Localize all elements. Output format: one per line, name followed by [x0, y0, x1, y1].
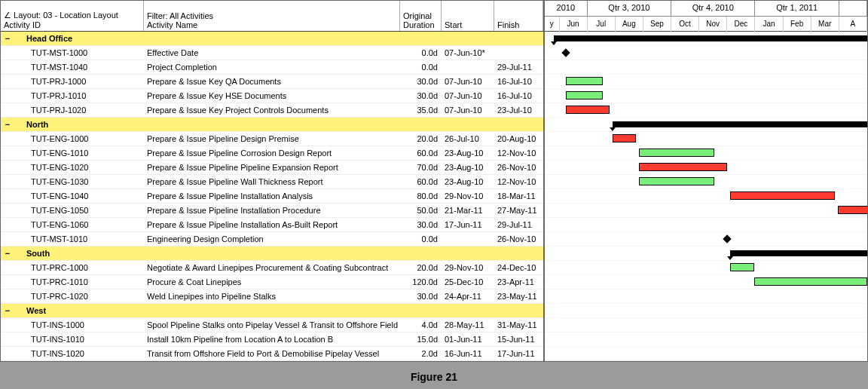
activity-row[interactable]: TUT-ENG-1020Prepare & Issue Pipeline Pip…	[1, 161, 543, 175]
activity-row[interactable]: TUT-PRJ-1020Prepare & Issue Key Project …	[1, 103, 543, 118]
activity-row[interactable]: TUT-MST-1040Project Completion0.0d29-Jul…	[1, 60, 543, 75]
activity-row[interactable]: TUT-ENG-1060Prepare & Issue Pipeline Ins…	[1, 218, 543, 232]
gantt-row[interactable]	[545, 289, 867, 304]
gantt-row[interactable]	[545, 275, 867, 289]
task-bar[interactable]	[838, 206, 867, 214]
gantt-row[interactable]	[545, 332, 867, 347]
activity-start: 29-Nov-10	[442, 263, 494, 272]
activity-name: Prepare & Issue Pipeline Pipeline Expans…	[144, 163, 400, 172]
activity-id: TUT-ENG-1030	[31, 177, 88, 186]
activity-duration: 30.0d	[400, 91, 442, 100]
task-bar[interactable]	[566, 77, 603, 85]
gantt-row[interactable]	[545, 232, 867, 247]
activity-start: 17-Jun-11	[442, 220, 494, 229]
month-header: Mar	[811, 17, 839, 32]
col-activity-id[interactable]: Activity ID	[4, 20, 140, 29]
activity-row[interactable]: TUT-PRC-1020Weld Linepipes into Pipeline…	[1, 289, 543, 304]
gantt-row[interactable]	[545, 103, 867, 118]
task-bar[interactable]	[639, 163, 728, 171]
gantt-row[interactable]	[545, 347, 867, 361]
col-duration-l1[interactable]: Original	[403, 11, 438, 20]
activity-row[interactable]: TUT-PRC-1000Negotiate & Award Linepipes …	[1, 261, 543, 275]
activity-row[interactable]: TUT-MST-1010Engineering Design Completio…	[1, 232, 543, 247]
activity-start: 24-Apr-11	[442, 292, 494, 301]
task-bar[interactable]	[566, 106, 610, 114]
activity-finish: 16-Jul-10	[494, 77, 543, 86]
group-row[interactable]: −North	[1, 118, 543, 132]
summary-bar[interactable]	[554, 35, 867, 41]
activity-start: 07-Jun-10	[442, 77, 494, 86]
activity-row[interactable]: TUT-ENG-1010Prepare & Issue Pipeline Cor…	[1, 146, 543, 161]
summary-bar[interactable]	[730, 250, 867, 256]
gantt-row[interactable]	[545, 118, 867, 132]
activity-row[interactable]: TUT-INS-1010Install 10km Pipeline from L…	[1, 332, 543, 347]
task-bar[interactable]	[730, 263, 754, 271]
activity-id: TUT-MST-1000	[31, 48, 87, 57]
gantt-row[interactable]	[545, 161, 867, 175]
activity-row[interactable]: TUT-INS-1000Spool Pipeline Stalks onto P…	[1, 318, 543, 332]
gantt-row[interactable]	[545, 204, 867, 218]
activity-row[interactable]: TUT-ENG-1000Prepare & Issue Pipeline Des…	[1, 132, 543, 146]
gantt-row[interactable]	[545, 304, 867, 318]
summary-bar[interactable]	[613, 121, 867, 127]
task-bar[interactable]	[639, 177, 715, 185]
milestone-diamond[interactable]	[723, 234, 732, 243]
activity-duration: 60.0d	[400, 149, 442, 158]
gantt-row[interactable]	[545, 60, 867, 75]
activity-finish: 23-May-11	[494, 292, 543, 301]
col-duration-l2: Duration	[403, 20, 438, 29]
activity-start: 23-Aug-10	[442, 149, 494, 158]
gantt-row[interactable]	[545, 32, 867, 46]
gantt-row[interactable]	[545, 132, 867, 146]
col-activity-name[interactable]: Activity Name	[147, 20, 396, 29]
gantt-chart[interactable]: 2010Qtr 3, 2010Qtr 4, 2010Qtr 1, 2011 yJ…	[545, 1, 867, 361]
col-finish[interactable]: Finish	[497, 20, 539, 29]
group-label: West	[26, 306, 46, 315]
group-row[interactable]: −Head Office	[1, 32, 543, 46]
activity-duration: 0.0d	[400, 48, 442, 57]
activity-row[interactable]: TUT-ENG-1030Prepare & Issue Pipeline Wal…	[1, 175, 543, 189]
activity-finish: 20-Aug-10	[494, 134, 543, 143]
activity-id: TUT-ENG-1000	[31, 134, 88, 143]
collapse-icon[interactable]: −	[4, 34, 11, 43]
collapse-icon[interactable]: −	[4, 306, 11, 315]
activity-row[interactable]: TUT-PRJ-1010Prepare & Issue Key HSE Docu…	[1, 89, 543, 103]
activity-name: Engineering Design Completion	[144, 234, 400, 244]
col-start[interactable]: Start	[445, 20, 491, 29]
collapse-icon[interactable]: −	[4, 120, 11, 129]
gantt-row[interactable]	[545, 175, 867, 189]
gantt-row[interactable]	[545, 318, 867, 332]
task-bar[interactable]	[639, 149, 715, 157]
group-row[interactable]: −South	[1, 247, 543, 261]
month-header: Jan	[755, 17, 783, 32]
activity-id: TUT-INS-1000	[31, 320, 84, 329]
gantt-row[interactable]	[545, 75, 867, 89]
activity-row[interactable]: TUT-ENG-1040Prepare & Issue Pipeline Ins…	[1, 189, 543, 204]
gantt-row[interactable]	[545, 146, 867, 161]
gantt-row[interactable]	[545, 89, 867, 103]
task-bar[interactable]	[613, 134, 635, 142]
task-bar[interactable]	[566, 91, 603, 100]
quarter-header: Qtr 4, 2010	[671, 1, 755, 16]
gantt-row[interactable]	[545, 261, 867, 275]
activity-row[interactable]: TUT-PRC-1010Procure & Coat Linepipes120.…	[1, 275, 543, 289]
activity-duration: 70.0d	[400, 163, 442, 172]
activity-row[interactable]: TUT-ENG-1050Prepare & Issue Pipeline Ins…	[1, 204, 543, 218]
milestone-diamond[interactable]	[561, 48, 570, 57]
gantt-row[interactable]	[545, 46, 867, 60]
activity-row[interactable]: TUT-PRJ-1000Prepare & Issue Key QA Docum…	[1, 75, 543, 89]
month-header: Jun	[560, 17, 588, 32]
task-bar[interactable]	[754, 277, 867, 286]
activity-name: Install 10km Pipeline from Location A to…	[144, 335, 400, 344]
gantt-row[interactable]	[545, 247, 867, 261]
group-row[interactable]: −West	[1, 304, 543, 318]
activity-row[interactable]: TUT-MST-1000Effective Date0.0d07-Jun-10*	[1, 46, 543, 60]
activity-id: TUT-ENG-1050	[31, 206, 88, 215]
activity-row[interactable]: TUT-INS-1020Transit from Offshore Field …	[1, 347, 543, 361]
task-bar[interactable]	[730, 191, 835, 200]
gantt-row[interactable]	[545, 218, 867, 232]
activity-finish: 29-Jul-11	[494, 63, 543, 72]
activity-finish: 31-May-11	[494, 320, 543, 329]
collapse-icon[interactable]: −	[4, 249, 11, 258]
gantt-row[interactable]	[545, 189, 867, 204]
